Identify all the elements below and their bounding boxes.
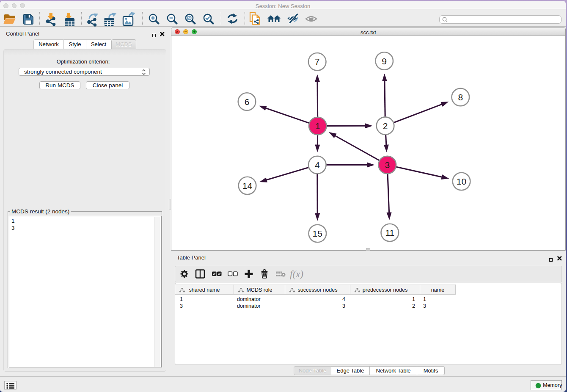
svg-text:14: 14 (242, 181, 253, 190)
svg-text:11: 11 (385, 228, 394, 237)
svg-text:15: 15 (313, 229, 322, 238)
svg-text:9: 9 (382, 56, 387, 66)
svg-text:6: 6 (245, 97, 250, 107)
svg-text:7: 7 (315, 57, 320, 66)
svg-text:3: 3 (385, 160, 390, 170)
svg-text:1: 1 (315, 121, 320, 131)
svg-text:8: 8 (458, 92, 463, 102)
svg-text:4: 4 (315, 160, 320, 170)
svg-text:f(x): f(x) (290, 269, 303, 279)
svg-text:2: 2 (383, 121, 388, 131)
svg-text:10: 10 (457, 177, 466, 186)
